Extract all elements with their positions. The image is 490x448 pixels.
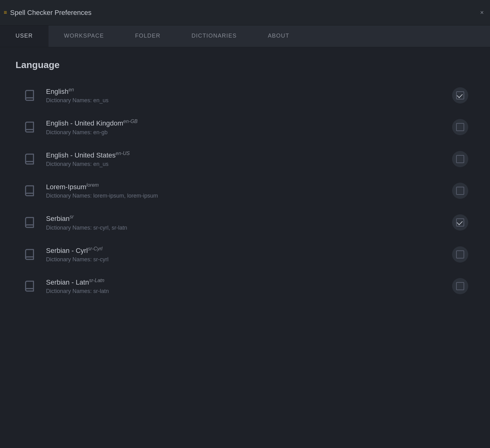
language-name: Englishen — [46, 87, 452, 96]
language-checkbox-container[interactable] — [452, 119, 468, 135]
language-checkbox[interactable] — [456, 250, 464, 258]
close-button[interactable]: × — [478, 8, 486, 17]
language-info: English - United Kingdomen-GB Dictionary… — [46, 119, 452, 135]
language-info: Serbian - Latnsr-Latn Dictionary Names: … — [46, 278, 452, 295]
section-title: Language — [16, 60, 474, 70]
language-checkbox-container[interactable] — [452, 87, 468, 103]
tab-about[interactable]: ABOUT — [252, 25, 305, 47]
language-item: English - United Kingdomen-GB Dictionary… — [16, 111, 474, 143]
dictionary-names: Dictionary Names: sr-latn — [46, 288, 452, 295]
language-checkbox[interactable] — [456, 218, 464, 226]
language-item: Englishen Dictionary Names: en_us — [16, 80, 474, 111]
language-name: Lorem-Ipsumlorem — [46, 182, 452, 191]
language-checkbox-container[interactable] — [452, 214, 468, 231]
language-item: Lorem-Ipsumlorem Dictionary Names: lorem… — [16, 175, 474, 207]
language-checkbox-container[interactable] — [452, 151, 468, 167]
language-checkbox-container[interactable] — [452, 246, 468, 263]
tab-dictionaries[interactable]: DICTIONARIES — [176, 25, 252, 47]
tab-bar: USER WORKSPACE FOLDER DICTIONARIES ABOUT — [0, 25, 490, 47]
book-icon — [22, 215, 37, 230]
tab-user[interactable]: USER — [0, 25, 49, 47]
language-item: Serbiansr Dictionary Names: sr-cyrl, sr-… — [16, 207, 474, 238]
language-info: Englishen Dictionary Names: en_us — [46, 87, 452, 104]
main-content: Language Englishen Dictionary Names: en_… — [0, 47, 490, 314]
dictionary-names: Dictionary Names: lorem-ipsum, lorem-ips… — [46, 193, 452, 199]
language-checkbox[interactable] — [456, 91, 464, 99]
book-icon — [22, 278, 37, 294]
language-item: Serbian - Latnsr-Latn Dictionary Names: … — [16, 270, 474, 302]
language-info: English - United Statesen-US Dictionary … — [46, 151, 452, 167]
language-checkbox[interactable] — [456, 123, 464, 131]
language-checkbox-container[interactable] — [452, 183, 468, 199]
language-checkbox-container[interactable] — [452, 278, 468, 294]
dictionary-names: Dictionary Names: en_us — [46, 97, 452, 104]
window-title: Spell Checker Preferences — [10, 9, 478, 17]
book-icon — [22, 247, 37, 262]
dictionary-names: Dictionary Names: en_us — [46, 161, 452, 167]
dictionary-names: Dictionary Names: sr-cyrl — [46, 256, 452, 263]
tab-workspace[interactable]: WORKSPACE — [49, 25, 120, 47]
language-info: Serbian - Cyrlsr-Cyrl Dictionary Names: … — [46, 246, 452, 263]
book-icon — [22, 119, 37, 135]
book-icon — [22, 151, 37, 167]
dictionary-names: Dictionary Names: sr-cyrl, sr-latn — [46, 225, 452, 231]
language-name: Serbian - Latnsr-Latn — [46, 278, 452, 286]
language-checkbox[interactable] — [456, 282, 464, 290]
tab-folder[interactable]: FOLDER — [119, 25, 176, 47]
book-icon — [22, 183, 37, 199]
language-list: Englishen Dictionary Names: en_us Englis… — [16, 80, 474, 302]
language-name: Serbiansr — [46, 214, 452, 223]
dictionary-names: Dictionary Names: en-gb — [46, 129, 452, 136]
language-item: Serbian - Cyrlsr-Cyrl Dictionary Names: … — [16, 239, 474, 270]
language-info: Serbiansr Dictionary Names: sr-cyrl, sr-… — [46, 214, 452, 231]
language-checkbox[interactable] — [456, 187, 464, 195]
language-info: Lorem-Ipsumlorem Dictionary Names: lorem… — [46, 182, 452, 199]
language-checkbox[interactable] — [456, 155, 464, 163]
language-name: Serbian - Cyrlsr-Cyrl — [46, 246, 452, 255]
title-bar: ≡ Spell Checker Preferences × — [0, 0, 490, 25]
language-item: English - United Statesen-US Dictionary … — [16, 143, 474, 175]
language-name: English - United Kingdomen-GB — [46, 119, 452, 127]
app-icon: ≡ — [4, 9, 7, 16]
language-name: English - United Statesen-US — [46, 151, 452, 159]
book-icon — [22, 88, 37, 103]
